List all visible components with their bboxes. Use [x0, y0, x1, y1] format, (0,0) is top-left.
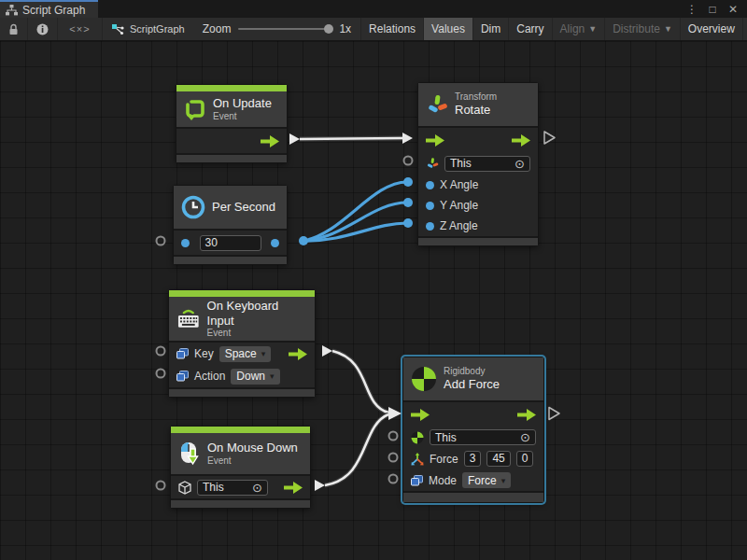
value-row: 30 — [174, 229, 287, 255]
node-on-mouse-down[interactable]: On Mouse Down Event This ⊙ — [170, 426, 311, 509]
mode-row: Mode Force▾ — [403, 469, 543, 491]
zoom-slider[interactable] — [238, 28, 331, 30]
flow-in-port[interactable] — [411, 409, 430, 421]
node-title: Per Second — [212, 200, 275, 215]
dim-button[interactable]: Dim — [472, 18, 508, 40]
distribute-dropdown[interactable]: Distribute▼ — [604, 18, 680, 40]
mouse-down-icon — [178, 441, 201, 466]
code-toggle-button[interactable]: <×> — [58, 18, 103, 40]
node-footer — [171, 498, 310, 508]
lock-icon — [8, 23, 19, 35]
flow-out-port[interactable] — [284, 482, 303, 494]
close-icon[interactable]: ✕ — [725, 3, 741, 16]
window-controls: ⋮ □ ✕ — [684, 0, 747, 18]
flow-out-port[interactable] — [289, 348, 307, 360]
menu-kebab-icon[interactable]: ⋮ — [684, 3, 700, 16]
flow-out-port[interactable] — [261, 135, 279, 147]
code-icon: <×> — [69, 23, 90, 35]
action-row: Action Down▾ — [169, 365, 315, 387]
vector3-icon — [411, 453, 424, 466]
zoom-slider-handle[interactable] — [324, 24, 333, 34]
carry-button[interactable]: Carry — [508, 18, 551, 40]
node-body: This ⊙ Force 3 45 0 — [403, 400, 543, 491]
graph-toolbar: <×> ScriptGraph Zoom 1x Relations Values… — [0, 18, 747, 41]
port-row-z-angle: Z Angle — [418, 216, 538, 236]
unity-visual-scripting-window: Script Graph ⋮ □ ✕ <×> — [0, 0, 747, 560]
relations-button[interactable]: Relations — [360, 18, 423, 40]
force-y-input[interactable]: 45 — [486, 451, 510, 467]
node-header: Rigidbody Add Force — [403, 357, 543, 400]
value-port[interactable] — [426, 181, 434, 189]
node-title: On Keyboard Input — [207, 299, 307, 328]
chevron-down-icon: ▾ — [501, 476, 506, 485]
event-bar — [176, 85, 287, 91]
graph-breadcrumb[interactable]: ScriptGraph — [103, 18, 193, 40]
key-dropdown[interactable]: Space▾ — [219, 346, 272, 362]
tab-script-graph[interactable]: Script Graph — [0, 0, 98, 18]
overview-button[interactable]: Overview — [680, 18, 742, 40]
flow-out-port[interactable] — [517, 409, 536, 421]
zoom-control: Zoom 1x — [193, 22, 360, 35]
object-picker-icon[interactable]: ⊙ — [520, 430, 530, 444]
per-second-input[interactable]: 30 — [200, 235, 261, 251]
keyboard-icon — [176, 307, 201, 331]
node-header: On Keyboard Input Event — [169, 297, 315, 341]
node-header: Per Second — [174, 186, 287, 229]
info-icon — [36, 23, 49, 35]
flow-in-port[interactable] — [426, 134, 444, 147]
object-picker-icon[interactable]: ⊙ — [252, 481, 262, 495]
node-category: Rigidbody — [444, 366, 500, 377]
value-out-port[interactable] — [271, 239, 279, 247]
chevron-down-icon: ▼ — [664, 24, 672, 34]
chevron-down-icon: ▾ — [270, 371, 275, 381]
mode-dropdown[interactable]: Force▾ — [462, 472, 511, 488]
value-port[interactable] — [426, 222, 434, 231]
chevron-down-icon: ▾ — [261, 349, 266, 358]
flow-out-port[interactable] — [512, 134, 530, 147]
node-footer — [418, 236, 538, 245]
enum-icon — [176, 348, 189, 359]
graph-hierarchy-icon — [6, 5, 18, 16]
node-header: Transform Rotate — [418, 83, 538, 126]
node-on-update[interactable]: On Update Event — [176, 84, 288, 163]
value-port[interactable] — [426, 202, 434, 210]
force-z-input[interactable]: 0 — [516, 451, 534, 467]
node-rigidbody-add-force[interactable]: Rigidbody Add Force This — [402, 357, 544, 503]
values-button[interactable]: Values — [423, 18, 472, 40]
value-in-port[interactable] — [181, 239, 190, 247]
node-subtitle: Event — [207, 328, 307, 339]
action-dropdown[interactable]: Down▾ — [231, 369, 279, 385]
this-target-field[interactable]: This ⊙ — [444, 156, 530, 172]
event-bar — [171, 427, 310, 433]
node-footer — [174, 255, 287, 264]
node-title: Rotate — [455, 103, 497, 118]
node-footer — [403, 491, 543, 502]
object-picker-icon[interactable]: ⊙ — [514, 157, 525, 171]
port-row-x-angle: X Angle — [418, 175, 538, 195]
this-target-field[interactable]: This ⊙ — [197, 480, 268, 496]
connections-layer — [0, 41, 747, 560]
node-title: On Update — [213, 96, 272, 111]
node-header: On Mouse Down Event — [171, 433, 310, 474]
graph-name-label: ScriptGraph — [130, 23, 185, 35]
align-dropdown[interactable]: Align▼ — [552, 18, 605, 40]
node-per-second[interactable]: Per Second 30 — [173, 185, 288, 265]
node-title: On Mouse Down — [207, 441, 298, 455]
node-body: This ⊙ X Angle Y Angle Z Angle — [418, 126, 538, 236]
node-on-keyboard-input[interactable]: On Keyboard Input Event Key Space▾ — [168, 289, 316, 398]
zoom-label: Zoom — [203, 22, 232, 35]
maximize-icon[interactable]: □ — [704, 3, 721, 16]
lock-button[interactable] — [0, 18, 28, 40]
info-button[interactable] — [28, 18, 58, 40]
this-target-field[interactable]: This ⊙ — [430, 429, 536, 445]
key-row: Key Space▾ — [169, 343, 315, 365]
node-subtitle: Event — [213, 111, 272, 122]
graph-canvas[interactable]: On Update Event Transform Rotate — [0, 41, 747, 560]
node-transform-rotate[interactable]: Transform Rotate This — [417, 82, 539, 246]
enum-icon — [411, 475, 423, 486]
force-x-input[interactable]: 3 — [464, 451, 482, 467]
node-title: Add Force — [444, 377, 500, 392]
force-row: Force 3 45 0 — [403, 448, 543, 469]
node-body: Key Space▾ Action Down▾ — [169, 341, 315, 387]
full-screen-button[interactable]: Full Screen — [742, 18, 747, 40]
